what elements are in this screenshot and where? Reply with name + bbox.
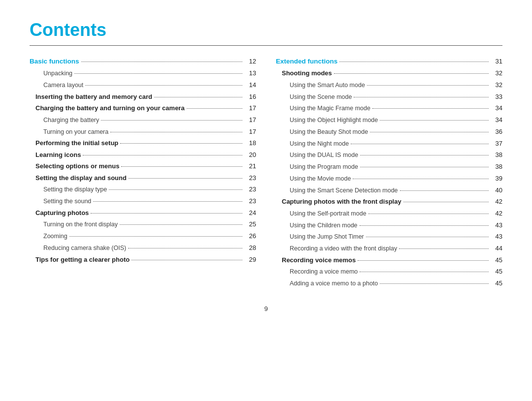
toc-label: Using the DUAL IS mode	[276, 151, 358, 160]
toc-dots	[370, 132, 489, 132]
toc-dots	[400, 190, 489, 191]
toc-label: Inserting the battery and memory card	[30, 92, 152, 102]
toc-page: 42	[491, 209, 502, 218]
toc-entry: Using the Smart Auto mode32	[276, 80, 502, 90]
toc-page: 17	[244, 127, 256, 137]
toc-entry: Setting the sound23	[30, 196, 256, 206]
divider	[30, 45, 502, 46]
toc-columns: Basic functions12Unpacking13Camera layou…	[30, 57, 502, 290]
toc-label: Turning on the front display	[30, 220, 118, 229]
toc-label: Using the Program mode	[276, 162, 358, 172]
toc-dots	[120, 224, 242, 225]
toc-label: Charging the battery	[30, 116, 99, 125]
toc-dots	[109, 189, 242, 190]
toc-entry: Using the Night mode37	[276, 139, 502, 149]
toc-page: 18	[244, 138, 256, 148]
right-column: Extended functions31Shooting modes32Usin…	[276, 57, 502, 290]
toc-dots	[380, 120, 489, 121]
toc-page: 31	[491, 57, 502, 66]
toc-entry: Selecting options or menus21	[30, 161, 256, 171]
toc-dots	[367, 85, 489, 86]
toc-page: 45	[491, 255, 502, 265]
toc-label: Charging the battery and turning on your…	[30, 103, 185, 113]
toc-page: 29	[244, 255, 256, 265]
toc-entry: Using the Smart Scene Detection mode40	[276, 185, 502, 195]
toc-page: 21	[244, 161, 256, 171]
toc-entry: Camera layout14	[30, 80, 256, 90]
toc-page: 40	[491, 185, 502, 195]
toc-page: 45	[491, 278, 502, 288]
toc-page: 43	[491, 220, 502, 230]
toc-dots	[366, 237, 489, 237]
left-column: Basic functions12Unpacking13Camera layou…	[30, 57, 256, 290]
toc-label: Using the Night mode	[276, 139, 349, 149]
toc-entry: Using the Children mode43	[276, 220, 502, 230]
toc-page: 33	[491, 92, 502, 102]
toc-label: Using the Scene mode	[276, 93, 352, 102]
toc-label: Capturing photos	[30, 208, 89, 218]
toc-label: Recording a voice memo	[276, 267, 358, 277]
toc-label: Setting the display type	[30, 185, 107, 194]
toc-dots	[187, 108, 242, 109]
toc-entry: Shooting modes32	[276, 68, 502, 78]
toc-page: 32	[491, 68, 502, 78]
toc-entry: Extended functions31	[276, 57, 502, 66]
toc-label: Using the Self-portrait mode	[276, 209, 366, 218]
toc-page: 42	[491, 197, 502, 207]
toc-entry: Using the Jump Shot Timer43	[276, 232, 502, 242]
toc-dots	[360, 272, 489, 272]
toc-entry: Using the Magic Frame mode34	[276, 103, 502, 113]
toc-entry: Using the Program mode38	[276, 162, 502, 172]
page-number: 9	[30, 305, 502, 312]
toc-dots	[91, 213, 242, 214]
toc-page: 20	[244, 150, 256, 160]
toc-label: Adding a voice memo to a photo	[276, 279, 378, 288]
toc-entry: Using the Beauty Shot mode36	[276, 127, 502, 137]
toc-dots	[360, 155, 489, 155]
toc-entry: Recording voice memos45	[276, 255, 502, 265]
toc-label: Basic functions	[30, 57, 79, 66]
toc-entry: Turning on the front display25	[30, 219, 256, 229]
toc-entry: Charging the battery and turning on your…	[30, 103, 256, 113]
toc-page: 12	[244, 57, 256, 66]
toc-entry: Using the Scene mode33	[276, 92, 502, 102]
toc-page: 32	[491, 80, 502, 90]
toc-label: Using the Jump Shot Timer	[276, 232, 364, 242]
toc-dots	[154, 97, 242, 97]
toc-dots	[360, 167, 489, 167]
toc-entry: Recording a video with the front display…	[276, 244, 502, 253]
toc-page: 34	[491, 103, 502, 113]
toc-label: Setting the sound	[30, 197, 91, 206]
toc-label: Recording a video with the front display	[276, 244, 397, 253]
toc-entry: Setting the display and sound23	[30, 173, 256, 183]
toc-dots	[354, 97, 489, 97]
toc-dots	[339, 62, 489, 62]
toc-entry: Adding a voice memo to a photo45	[276, 278, 502, 288]
toc-page: 23	[244, 196, 256, 206]
toc-page: 14	[244, 80, 256, 90]
toc-label: Camera layout	[30, 81, 83, 90]
toc-page: 37	[491, 139, 502, 149]
toc-label: Selecting options or menus	[30, 161, 119, 171]
toc-page: 28	[244, 243, 256, 253]
toc-entry: Basic functions12	[30, 57, 256, 66]
toc-label: Turning on your camera	[30, 127, 108, 137]
toc-page: 26	[244, 231, 256, 241]
toc-entry: Inserting the battery and memory card16	[30, 92, 256, 102]
toc-dots	[83, 155, 242, 155]
toc-page: 24	[244, 208, 256, 218]
toc-page: 43	[491, 232, 502, 242]
toc-dots	[334, 73, 489, 74]
toc-dots	[85, 85, 242, 86]
toc-dots	[74, 73, 242, 74]
toc-entry: Using the Object Highlight mode34	[276, 115, 502, 125]
toc-entry: Recording a voice memo45	[276, 267, 502, 277]
toc-label: Recording voice memos	[276, 255, 356, 265]
toc-label: Learning icons	[30, 150, 81, 160]
toc-entry: Capturing photos24	[30, 208, 256, 218]
toc-dots	[399, 248, 489, 249]
toc-page: 25	[244, 219, 256, 229]
toc-dots	[351, 144, 489, 144]
toc-label: Using the Movie mode	[276, 174, 351, 184]
toc-page: 38	[491, 162, 502, 172]
